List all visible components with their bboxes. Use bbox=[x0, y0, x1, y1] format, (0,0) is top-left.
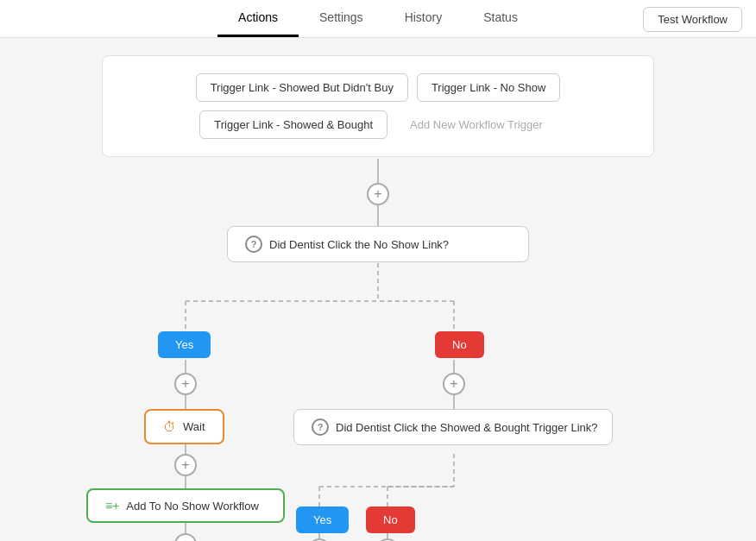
add-node-button-1[interactable]: + bbox=[367, 183, 389, 205]
wait-label: Wait bbox=[183, 420, 205, 433]
clock-icon: ⏱ bbox=[163, 419, 176, 434]
question-icon-1: ⓪ bbox=[245, 236, 262, 253]
add-node-button-yes[interactable]: + bbox=[174, 373, 197, 395]
test-workflow-button[interactable]: Test Workflow bbox=[643, 7, 742, 32]
condition-box-1[interactable]: ⓪ Did Dentist Click the No Show Link? bbox=[227, 226, 529, 262]
condition-2-text: Did Dentist Click the Showed & Bought Tr… bbox=[336, 421, 598, 434]
trigger-pill-no-show[interactable]: Trigger Link - No Show bbox=[417, 73, 560, 102]
trigger-pill-showed-bought[interactable]: Trigger Link - Showed & Bought bbox=[199, 110, 387, 139]
nav-tabs: Actions Actions Settings History Status bbox=[14, 0, 742, 37]
yes-button-2[interactable]: Yes bbox=[296, 506, 349, 533]
tab-history[interactable]: History bbox=[384, 0, 463, 37]
add-node-button-no[interactable]: + bbox=[443, 373, 465, 395]
add-node-button-workflow[interactable]: + bbox=[174, 533, 197, 541]
add-trigger-text[interactable]: Add New Workflow Trigger bbox=[396, 111, 557, 138]
yes-button-1[interactable]: Yes bbox=[158, 331, 211, 358]
add-node-button-wait[interactable]: + bbox=[174, 454, 197, 476]
question-icon-2: ⓪ bbox=[312, 418, 329, 436]
workflow-label: Add To No Show Workflow bbox=[126, 500, 258, 513]
trigger-pill-showed-didnt-buy[interactable]: Trigger Link - Showed But Didn't Buy bbox=[196, 73, 408, 102]
tab-settings[interactable]: Settings bbox=[299, 0, 384, 37]
list-add-icon: ≡+ bbox=[105, 499, 119, 513]
condition-1-text: Did Dentist Click the No Show Link? bbox=[269, 238, 449, 251]
no-button-1[interactable]: No bbox=[435, 331, 484, 358]
workflow-box[interactable]: ≡+ Add To No Show Workflow bbox=[86, 488, 285, 523]
condition-box-2[interactable]: ⓪ Did Dentist Click the Showed & Bought … bbox=[293, 409, 613, 445]
workflow-canvas: Trigger Link - Showed But Didn't Buy Tri… bbox=[0, 38, 756, 541]
trigger-box: Trigger Link - Showed But Didn't Buy Tri… bbox=[102, 55, 654, 157]
tab-status[interactable]: Status bbox=[463, 0, 539, 37]
tab-actions-active[interactable]: Actions bbox=[217, 0, 299, 37]
wait-box[interactable]: ⏱ Wait bbox=[144, 409, 224, 444]
header: Actions Actions Settings History Status … bbox=[0, 0, 756, 38]
no-button-2[interactable]: No bbox=[366, 506, 415, 533]
